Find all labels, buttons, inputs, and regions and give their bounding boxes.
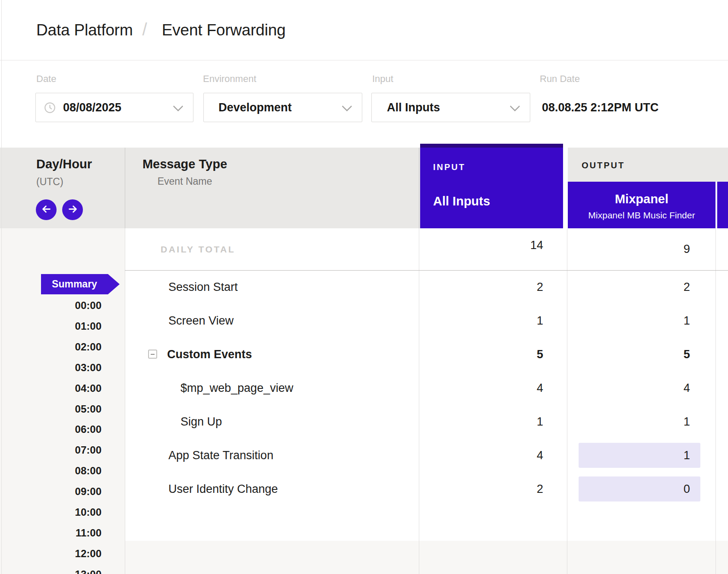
grid-line (419, 148, 419, 228)
highlighted-output-cell: 0 (579, 476, 700, 501)
table-row-custom-events: Custom Events 5 5 (0, 337, 728, 371)
input-column-header: INPUT All Inputs (420, 144, 563, 228)
date-select[interactable]: 08/08/2025 (35, 93, 193, 122)
daily-total-output-value: 9 (579, 237, 700, 262)
highlighted-output-cell: 1 (579, 443, 700, 468)
summary-tab-label: Summary (41, 274, 108, 294)
input-label: Input (372, 73, 393, 85)
page-title: Event Forwarding (162, 21, 286, 39)
row-label: Sign Up (180, 405, 222, 438)
filter-bar: Date Environment Input Run Date 08/08/20… (0, 60, 728, 148)
run-date-value: 08.08.25 2:12PM UTC (542, 93, 658, 122)
column-gap (563, 144, 568, 228)
daily-total-label: DAILY TOTAL (161, 228, 235, 270)
breadcrumb-separator: / (142, 20, 147, 39)
row-label: User Identity Change (168, 472, 278, 506)
hour-row-04[interactable]: 04:00 (0, 382, 101, 395)
event-forwarding-page: Data Platform / Event Forwarding Date En… (0, 0, 728, 574)
environment-select[interactable]: Development (203, 93, 362, 122)
breadcrumb-section[interactable]: Data Platform (36, 21, 133, 39)
output-cell: 4 (579, 375, 700, 401)
input-cell: 2 (457, 270, 543, 304)
grid-line (125, 148, 125, 228)
date-value: 08/08/2025 (63, 93, 121, 122)
page-left-border (1, 0, 2, 574)
event-name-subtitle: Event Name (137, 176, 232, 187)
input-cell: 4 (457, 438, 543, 472)
previous-day-button[interactable] (36, 199, 57, 220)
output-cell: 2 (579, 274, 700, 300)
environment-value: Development (218, 93, 292, 122)
hour-row-01[interactable]: 01:00 (0, 320, 101, 333)
output-cell: 5 (579, 342, 700, 367)
environment-label: Environment (203, 73, 256, 85)
clock-icon (44, 102, 56, 115)
message-type-title: Message Type (137, 157, 232, 171)
chevron-down-icon (342, 101, 352, 111)
input-header-top-strip (420, 144, 563, 148)
table-row-sign-up: Sign Up 1 1 (0, 405, 728, 438)
input-cell: 1 (457, 405, 543, 438)
breadcrumb: Data Platform / Event Forwarding (36, 0, 286, 60)
date-label: Date (36, 73, 56, 85)
minus-square-icon[interactable] (148, 350, 157, 359)
hour-row-13[interactable]: 13:00 (0, 568, 101, 574)
hour-row-10[interactable]: 10:00 (0, 506, 101, 519)
input-cell: 1 (457, 304, 543, 337)
daily-total-input-value: 14 (457, 228, 543, 262)
hour-row-11[interactable]: 11:00 (0, 527, 101, 539)
summary-tab[interactable]: Summary (41, 274, 120, 294)
output-cell-value: 1 (579, 443, 700, 468)
output-cell: 1 (579, 409, 700, 434)
day-hour-title: Day/Hour (36, 157, 92, 171)
table-row-mp-web-page-view: $mp_web_page_view 4 4 (0, 371, 728, 405)
hour-row-02[interactable]: 02:00 (0, 341, 101, 353)
row-label: Session Start (168, 270, 238, 304)
hour-row-07[interactable]: 07:00 (0, 444, 101, 457)
output-column-subtitle: Mixpanel MB Music Finder (568, 210, 715, 221)
table-row-screen-view: Screen View 1 1 (0, 304, 728, 337)
input-value: All Inputs (387, 93, 440, 122)
message-type-header: Message Type Event Name (137, 157, 232, 187)
output-cell: 1 (579, 308, 700, 333)
row-label: App State Transition (168, 438, 273, 472)
output-eyebrow: OUTPUT (582, 161, 625, 170)
top-bar: Data Platform / Event Forwarding (0, 0, 728, 60)
run-date-label: Run Date (540, 73, 580, 85)
output-cell-value: 0 (579, 476, 700, 501)
minus-glyph (151, 354, 155, 355)
row-label: $mp_web_page_view (180, 371, 293, 405)
day-hour-subtitle: (UTC) (36, 176, 63, 188)
arrow-left-icon (41, 203, 52, 216)
hour-row-09[interactable]: 09:00 (0, 485, 101, 498)
hour-row-03[interactable]: 03:00 (0, 361, 101, 374)
table-footer-area (125, 541, 728, 574)
next-day-button[interactable] (62, 199, 83, 220)
input-column-title: All Inputs (433, 194, 490, 208)
row-label: Screen View (168, 304, 234, 337)
chevron-down-icon (173, 101, 183, 111)
row-label: Custom Events (167, 337, 252, 371)
output-column-header: Mixpanel Mixpanel MB Music Finder (568, 182, 715, 228)
hour-row-08[interactable]: 08:00 (0, 464, 101, 477)
next-output-column-edge (717, 182, 728, 228)
input-select[interactable]: All Inputs (371, 93, 530, 122)
input-cell: 2 (457, 472, 543, 506)
table-row-user-identity-change: User Identity Change 2 0 (0, 472, 728, 506)
daily-total-row: DAILY TOTAL 14 9 (0, 228, 728, 270)
arrow-right-icon (67, 203, 79, 216)
chevron-down-icon (510, 101, 520, 111)
hour-row-00[interactable]: 00:00 (0, 299, 101, 312)
hour-row-12[interactable]: 12:00 (0, 547, 101, 560)
output-column-title: Mixpanel (568, 192, 715, 206)
input-cell: 4 (457, 371, 543, 405)
table-row-app-state-transition: App State Transition 4 1 (0, 438, 728, 472)
input-eyebrow: INPUT (433, 162, 465, 172)
hour-row-05[interactable]: 05:00 (0, 403, 101, 416)
hour-row-06[interactable]: 06:00 (0, 423, 101, 436)
input-cell: 5 (457, 337, 543, 371)
